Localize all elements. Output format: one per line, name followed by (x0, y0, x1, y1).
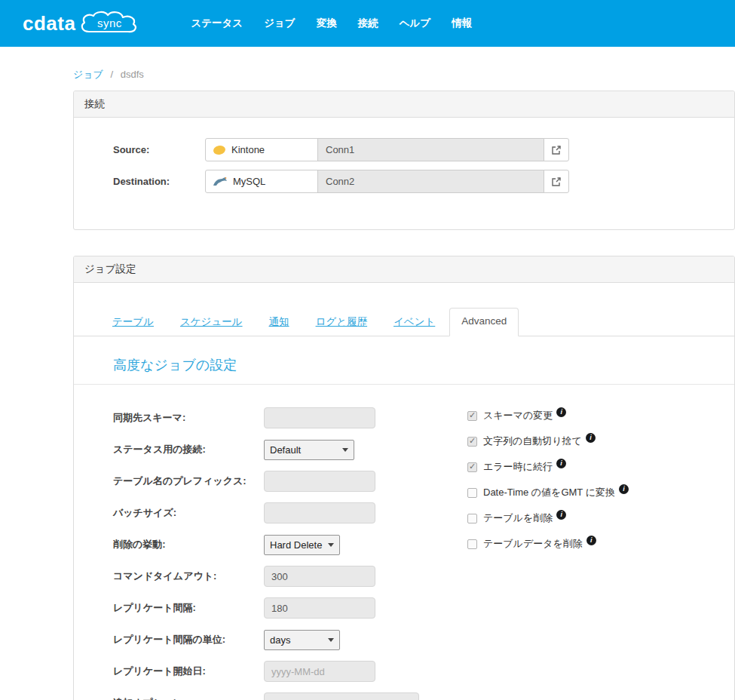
option-row-auto-truncate: 文字列の自動切り捨て (467, 434, 629, 448)
destination-open-connection-button[interactable] (544, 170, 569, 193)
alter-schema-label: スキーマの変更 (483, 409, 553, 422)
source-connector-box: Kintone (205, 138, 318, 161)
replicate-start-date-input[interactable] (264, 661, 375, 682)
connection-panel-heading: 接続 (74, 91, 734, 118)
breadcrumb-current-job: dsdfs (121, 69, 144, 80)
destination-connection-input[interactable] (317, 170, 544, 193)
delete-behavior-value: Hard Delete (270, 539, 322, 551)
table-prefix-input[interactable] (264, 471, 375, 492)
nav-help[interactable]: ヘルプ (400, 17, 430, 30)
delete-behavior-select[interactable]: Hard Delete (264, 535, 340, 555)
chevron-down-icon (328, 543, 334, 547)
advanced-form: 同期先スキーマ: ステータス用の接続: Default テーブル名のプレフィック… (74, 385, 734, 700)
option-row-gmt-convert: Date-Time の値をGMT に変換 (467, 486, 629, 499)
replicate-interval-unit-value: days (270, 634, 290, 646)
advanced-section-title: 高度なジョブの設定 (113, 356, 734, 374)
gmt-convert-label: Date-Time の値をGMT に変換 (483, 486, 615, 499)
kintone-icon (213, 145, 226, 155)
replicate-interval-unit-select[interactable]: days (264, 630, 340, 650)
info-icon[interactable] (556, 459, 566, 468)
sync-schema-input[interactable] (264, 407, 375, 428)
status-connection-select[interactable]: Default (264, 440, 354, 460)
command-timeout-input[interactable] (264, 566, 375, 587)
mysql-icon (213, 177, 228, 187)
tab-schedule[interactable]: スケジュール (168, 308, 255, 336)
chevron-down-icon (328, 638, 334, 642)
delete-behavior-label: 削除の挙動: (113, 538, 264, 551)
auto-truncate-label: 文字列の自動切り捨て (483, 434, 582, 448)
option-row-delete-table-data: テーブルデータを削除 (467, 537, 629, 551)
form-row-sync-schema: 同期先スキーマ: (113, 407, 422, 428)
source-connection-input[interactable] (317, 138, 544, 161)
delete-table-data-label: テーブルデータを削除 (483, 537, 583, 551)
status-connection-label: ステータス用の接続: (113, 443, 264, 456)
info-icon[interactable] (556, 510, 566, 520)
other-options-input[interactable] (264, 692, 419, 700)
form-row-status-connection: ステータス用の接続: Default (113, 439, 422, 460)
nav-jobs[interactable]: ジョブ (264, 17, 295, 30)
continue-on-error-label: エラー時に続行 (483, 460, 553, 474)
form-row-batch-size: バッチサイズ: (113, 502, 422, 523)
top-navigation-bar: cdata sync ステータス ジョブ 変換 接続 ヘルプ 情報 (0, 0, 735, 47)
nav-info[interactable]: 情報 (452, 17, 472, 30)
alter-schema-checkbox[interactable] (467, 411, 477, 421)
logo-sync-text: sync (78, 17, 141, 29)
breadcrumb-jobs-link[interactable]: ジョブ (73, 69, 103, 80)
breadcrumb-separator: / (111, 69, 114, 80)
tab-notifications[interactable]: 通知 (257, 308, 302, 336)
tab-advanced[interactable]: Advanced (449, 308, 519, 336)
form-row-replicate-start-date: レプリケート開始日: (113, 661, 422, 682)
replicate-start-date-label: レプリケート開始日: (113, 665, 264, 678)
form-row-command-timeout: コマンドタイムアウト: (113, 566, 422, 587)
source-open-connection-button[interactable] (544, 138, 569, 161)
info-icon[interactable] (586, 433, 596, 443)
nav-connections[interactable]: 接続 (358, 17, 378, 30)
tab-events[interactable]: イベント (381, 308, 447, 336)
drop-table-checkbox[interactable] (467, 514, 477, 523)
job-settings-panel: ジョブ設定 テーブル スケジュール 通知 ログと履歴 イベント Advanced… (73, 256, 735, 700)
destination-row: Destination: MySQL (113, 170, 719, 193)
breadcrumb: ジョブ / dsdfs (73, 68, 735, 81)
chevron-down-icon (342, 448, 348, 452)
connection-panel: 接続 Source: Kintone (73, 91, 735, 230)
option-row-alter-schema: スキーマの変更 (467, 409, 629, 422)
delete-table-data-checkbox[interactable] (467, 539, 477, 549)
batch-size-label: バッチサイズ: (113, 506, 264, 520)
job-settings-panel-body: テーブル スケジュール 通知 ログと履歴 イベント Advanced 高度なジョ… (74, 283, 734, 700)
info-icon[interactable] (586, 536, 596, 545)
nav-transform[interactable]: 変換 (317, 17, 337, 30)
replicate-interval-input[interactable] (264, 597, 375, 619)
advanced-fields-column: 同期先スキーマ: ステータス用の接続: Default テーブル名のプレフィック… (113, 407, 422, 700)
info-icon[interactable] (619, 484, 629, 494)
connection-panel-body: Source: Kintone Destinatio (74, 118, 734, 229)
form-row-replicate-interval-unit: レプリケート間隔の単位: days (113, 629, 422, 650)
form-row-replicate-interval: レプリケート間隔: (113, 597, 422, 619)
info-icon[interactable] (556, 407, 566, 417)
external-link-icon (551, 145, 562, 155)
source-connector-name: Kintone (231, 144, 265, 155)
source-row: Source: Kintone (113, 138, 719, 161)
other-options-label: 追加オプション: (113, 696, 264, 700)
form-row-other-options: 追加オプション: (113, 692, 422, 700)
source-label: Source: (113, 144, 205, 155)
external-link-icon (551, 177, 562, 187)
destination-label: Destination: (113, 176, 205, 187)
tab-tables[interactable]: テーブル (100, 308, 166, 336)
drop-table-label: テーブルを削除 (483, 511, 553, 525)
main-nav: ステータス ジョブ 変換 接続 ヘルプ 情報 (191, 17, 472, 30)
gmt-convert-checkbox[interactable] (467, 488, 477, 498)
nav-status[interactable]: ステータス (191, 17, 243, 30)
batch-size-input[interactable] (264, 502, 375, 523)
tab-logs-history[interactable]: ログと履歴 (304, 308, 379, 336)
logo-cdata-text: cdata (23, 12, 75, 35)
form-row-delete-behavior: 削除の挙動: Hard Delete (113, 534, 422, 555)
cdata-sync-logo[interactable]: cdata sync (23, 10, 141, 37)
continue-on-error-checkbox[interactable] (467, 462, 477, 472)
auto-truncate-checkbox[interactable] (467, 437, 477, 447)
option-row-drop-table: テーブルを削除 (467, 511, 629, 525)
status-connection-value: Default (270, 444, 301, 456)
destination-connector-name: MySQL (233, 176, 265, 187)
table-prefix-label: テーブル名のプレフィックス: (113, 474, 264, 488)
option-row-continue-on-error: エラー時に続行 (467, 460, 629, 474)
logo-sync-cloud: sync (78, 10, 141, 37)
